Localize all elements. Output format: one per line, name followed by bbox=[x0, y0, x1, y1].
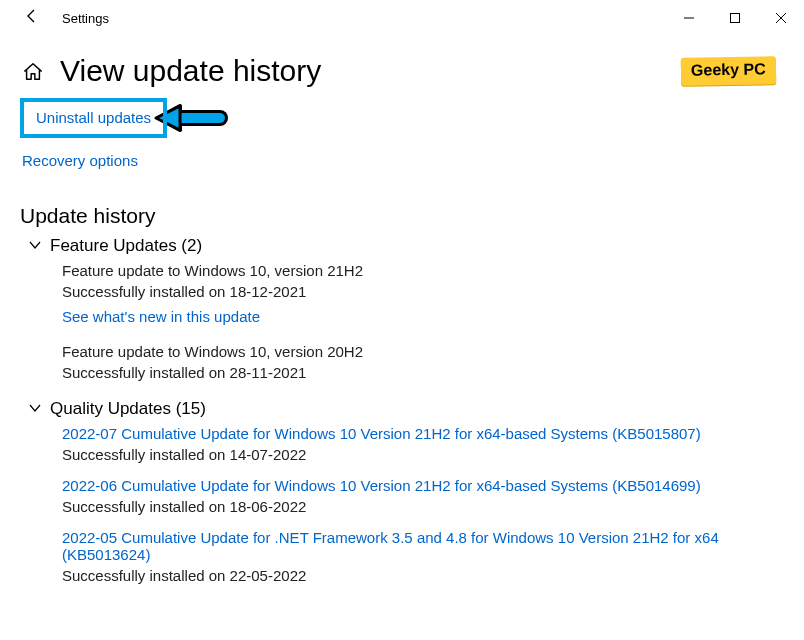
uninstall-updates-link[interactable]: Uninstall updates bbox=[36, 109, 151, 126]
update-history-heading: Update history bbox=[20, 204, 784, 228]
update-entry-status: Successfully installed on 18-12-2021 bbox=[62, 283, 784, 300]
back-button[interactable] bbox=[20, 8, 44, 29]
quality-updates-toggle[interactable]: Quality Updates (15) bbox=[20, 399, 784, 419]
window-controls bbox=[666, 2, 804, 34]
page-title: View update history bbox=[60, 54, 321, 88]
quality-update-item: 2022-06 Cumulative Update for Windows 10… bbox=[62, 477, 784, 515]
minimize-button[interactable] bbox=[666, 2, 712, 34]
chevron-down-icon bbox=[20, 238, 50, 255]
whats-new-link[interactable]: See what's new in this update bbox=[62, 308, 784, 325]
close-button[interactable] bbox=[758, 2, 804, 34]
quality-update-item: 2022-05 Cumulative Update for .NET Frame… bbox=[62, 529, 784, 584]
update-entry-status: Successfully installed on 14-07-2022 bbox=[62, 446, 784, 463]
update-entry-status: Successfully installed on 28-11-2021 bbox=[62, 364, 784, 381]
page-header: View update history Geeky PC bbox=[0, 54, 804, 88]
update-entry-link[interactable]: 2022-06 Cumulative Update for Windows 10… bbox=[62, 477, 784, 494]
update-entry-title: Feature update to Windows 10, version 21… bbox=[62, 262, 784, 279]
feature-update-item: Feature update to Windows 10, version 20… bbox=[62, 343, 784, 381]
maximize-button[interactable] bbox=[712, 2, 758, 34]
update-entry-status: Successfully installed on 22-05-2022 bbox=[62, 567, 784, 584]
update-entry-link[interactable]: 2022-05 Cumulative Update for .NET Frame… bbox=[62, 529, 784, 563]
feature-update-item: Feature update to Windows 10, version 21… bbox=[62, 262, 784, 325]
brand-badge: Geeky PC bbox=[681, 56, 776, 86]
update-entry-title: Feature update to Windows 10, version 20… bbox=[62, 343, 784, 360]
content-area: Uninstall updates Recovery options Updat… bbox=[0, 88, 804, 584]
update-entry-status: Successfully installed on 18-06-2022 bbox=[62, 498, 784, 515]
recovery-options-link[interactable]: Recovery options bbox=[22, 152, 138, 169]
feature-updates-toggle[interactable]: Feature Updates (2) bbox=[20, 236, 784, 256]
home-icon[interactable] bbox=[22, 61, 42, 81]
svg-rect-1 bbox=[731, 14, 740, 23]
feature-updates-title: Feature Updates (2) bbox=[50, 236, 202, 256]
update-entry-link[interactable]: 2022-07 Cumulative Update for Windows 10… bbox=[62, 425, 784, 442]
quality-update-item: 2022-07 Cumulative Update for Windows 10… bbox=[62, 425, 784, 463]
titlebar: Settings bbox=[0, 0, 804, 36]
chevron-down-icon bbox=[20, 401, 50, 418]
window-title: Settings bbox=[62, 11, 109, 26]
uninstall-updates-highlight: Uninstall updates bbox=[20, 98, 167, 138]
quality-updates-title: Quality Updates (15) bbox=[50, 399, 206, 419]
